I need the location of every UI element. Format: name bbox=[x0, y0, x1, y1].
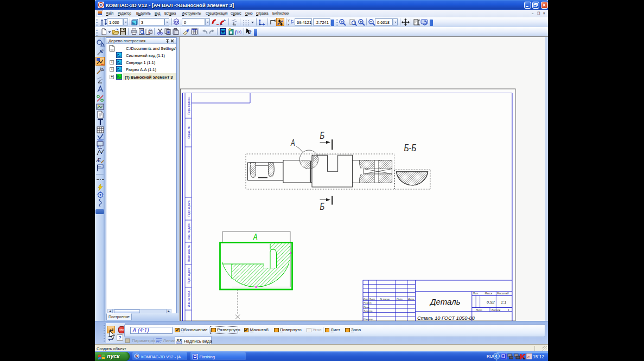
svg-text:Листов: Листов bbox=[491, 309, 501, 312]
svg-text:Н.контр.: Н.контр. bbox=[364, 318, 373, 320]
svg-text:Пров.: Пров. bbox=[364, 306, 369, 308]
svg-text:Т.контр.: Т.контр. bbox=[364, 310, 373, 312]
svg-text:Масштаб: Масштаб bbox=[497, 292, 509, 295]
svg-text:0,92: 0,92 bbox=[487, 300, 495, 305]
svg-text:Перв. примен.: Перв. примен. bbox=[187, 96, 190, 114]
svg-text:Б: Б bbox=[320, 201, 325, 212]
svg-text:Инв. № подл.: Инв. № подл. bbox=[187, 290, 190, 307]
svg-text:a: a bbox=[527, 354, 530, 359]
svg-text:1: 1 bbox=[508, 309, 509, 312]
svg-text:Сталь 10 ГОСТ 1050-88: Сталь 10 ГОСТ 1050-88 bbox=[417, 315, 475, 321]
svg-text:А: А bbox=[253, 232, 258, 242]
svg-text:x: x bbox=[288, 23, 289, 26]
svg-text:Справ. №: Справ. № bbox=[187, 126, 190, 139]
svg-text:Лист: Лист bbox=[368, 298, 375, 300]
svg-text:Лит.: Лит. bbox=[473, 292, 479, 295]
svg-text:Б-Б: Б-Б bbox=[404, 143, 417, 153]
svg-text:Разраб.: Разраб. bbox=[364, 301, 372, 304]
svg-text:Б: Б bbox=[320, 130, 325, 141]
svg-text:Изм.: Изм. bbox=[364, 298, 368, 300]
svg-text:1:1: 1:1 bbox=[501, 300, 506, 305]
svg-text:Масса: Масса bbox=[485, 292, 493, 295]
svg-text:?: ? bbox=[249, 29, 252, 35]
svg-text:Подп. и дата: Подп. и дата bbox=[187, 201, 190, 217]
svg-text:Деталь: Деталь bbox=[429, 297, 461, 306]
svg-text:А: А bbox=[290, 138, 295, 147]
svg-text:Лист: Лист bbox=[475, 309, 482, 312]
svg-text:Подп. и дата: Подп. и дата bbox=[187, 268, 190, 284]
svg-text:Дата: Дата bbox=[407, 298, 415, 300]
svg-text:Взам. инв. №: Взам. инв. № bbox=[187, 245, 190, 262]
svg-text:Инв. № дубл.: Инв. № дубл. bbox=[187, 223, 190, 240]
svg-text:№ докум.: № докум. bbox=[380, 298, 390, 300]
svg-text:Æ: Æ bbox=[96, 157, 101, 163]
svg-text:Y: Y bbox=[288, 19, 290, 22]
svg-text:(x): (x) bbox=[237, 30, 241, 34]
svg-text:Подп.: Подп. bbox=[397, 298, 403, 300]
